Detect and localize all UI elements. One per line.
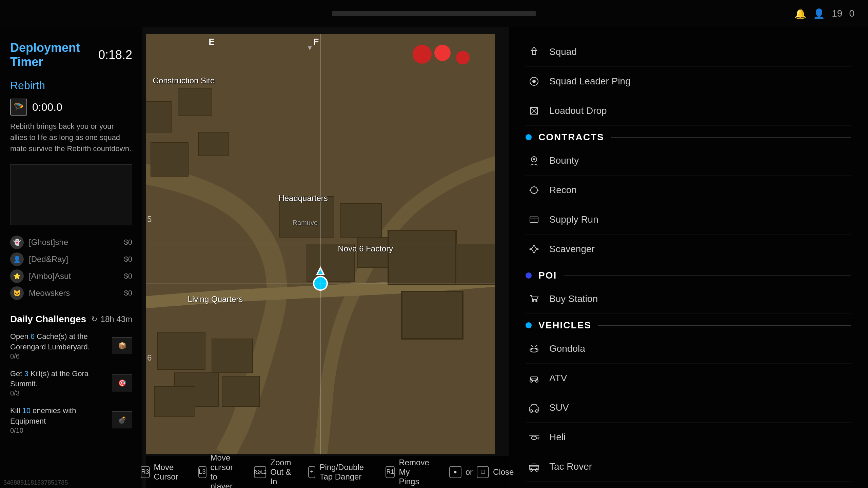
- squad-avatar-ghost: 👻: [10, 236, 24, 249]
- legend-label-buy-station: Buy Station: [549, 293, 598, 304]
- vehicles-dot: [526, 322, 532, 328]
- action-close-or: ● or □ Close: [449, 466, 514, 478]
- action-ping-label: Ping/Double Tap Danger: [319, 463, 369, 482]
- poi-dot: [526, 272, 532, 279]
- rebirth-parachute-icon: 🪂: [10, 99, 27, 116]
- suv-icon: [526, 399, 542, 416]
- legend-item-squad-leader-ping[interactable]: Squad Leader Ping: [526, 67, 851, 96]
- legend-label-squad: Squad: [549, 46, 577, 57]
- bounty-icon: [526, 152, 542, 169]
- legend-item-buy-station[interactable]: Buy Station: [526, 284, 851, 314]
- compass-label-f: F: [313, 37, 319, 47]
- svg-marker-26: [531, 47, 537, 50]
- daily-challenges-title: Daily Challenges: [10, 314, 86, 325]
- left-panel: Deployment Timer 0:18.2 Rebirth 🪂 0:00.0…: [0, 27, 142, 488]
- svg-rect-11: [456, 244, 495, 285]
- legend-label-recon: Recon: [549, 185, 577, 196]
- legend-item-tac-rover[interactable]: Tac Rover: [526, 452, 851, 482]
- key-l3: L3: [198, 466, 206, 478]
- supply-run-icon: [526, 211, 542, 228]
- legend-item-atv[interactable]: ATV: [526, 364, 851, 393]
- compass-label-e: E: [209, 37, 214, 47]
- legend-item-scavenger[interactable]: Scavenger: [526, 235, 851, 264]
- poi-section-label: POI: [538, 270, 557, 281]
- challenge-progress-1: 0/6: [10, 352, 107, 360]
- map-container[interactable]: E F ▼ 5 6: [146, 34, 495, 454]
- squad-money-meow: $0: [124, 289, 132, 298]
- key-square: □: [477, 466, 489, 478]
- svg-rect-15: [222, 376, 259, 407]
- legend-item-heli[interactable]: Heli: [526, 423, 851, 452]
- buy-station-icon: [526, 290, 542, 307]
- key-r1: R1: [386, 466, 395, 478]
- challenge-item-3: Kill 10 enemies with Equipment 0/10 💣: [10, 406, 132, 434]
- challenge-icon-3: 💣: [112, 411, 132, 428]
- compass-dropdown: ▼: [307, 44, 313, 52]
- legend-item-loadout-drop[interactable]: Loadout Drop: [526, 96, 851, 126]
- rebirth-timer-row: 🪂 0:00.0: [10, 99, 132, 116]
- legend-label-atv: ATV: [549, 373, 567, 384]
- deployment-timer-header: Deployment Timer 0:18.2: [10, 41, 132, 69]
- svg-rect-4: [198, 132, 229, 156]
- key-plus: +: [308, 466, 316, 478]
- vehicles-section-header: VEHICLES: [526, 314, 851, 334]
- challenge-progress-2: 0/3: [10, 389, 107, 397]
- location-label-ramuve: Ramuve: [293, 219, 318, 227]
- svg-point-35: [531, 187, 537, 194]
- row-label-5: 5: [147, 215, 152, 224]
- legend-label-heli: Heli: [549, 432, 566, 443]
- challenge-highlight-2: 3: [24, 369, 28, 378]
- svg-point-45: [535, 300, 537, 302]
- legend-item-bounty[interactable]: Bounty: [526, 146, 851, 176]
- legend-label-suv: SUV: [549, 402, 569, 413]
- squad-icon: [526, 43, 542, 60]
- action-move-cursor-label: Move Cursor: [154, 463, 181, 482]
- legend-item-supply-run[interactable]: Supply Run: [526, 205, 851, 235]
- squad-avatar-ded: 👤: [10, 252, 24, 266]
- scavenger-icon: [526, 241, 542, 258]
- loadout-drop-icon: [526, 102, 542, 119]
- legend-item-suv[interactable]: SUV: [526, 393, 851, 423]
- squad-member-ded: 👤 [Ded&Ray] $0: [10, 252, 132, 266]
- key-r3: R3: [141, 466, 150, 478]
- legend-item-squad[interactable]: Squad: [526, 37, 851, 67]
- challenge-item-1: Open 6 Cache(s) at the Gorengard Lumbery…: [10, 331, 132, 360]
- challenge-text-3: Kill 10 enemies with Equipment: [10, 406, 107, 427]
- key-r2l2: R2/L2: [254, 466, 266, 478]
- challenge-highlight-3: 10: [22, 406, 30, 415]
- poi-section-header: POI: [526, 264, 851, 284]
- location-label-living-quarters: Living Quarters: [188, 294, 243, 304]
- row-label-6: 6: [147, 353, 152, 363]
- svg-line-49: [535, 345, 537, 347]
- location-label-construction-site: Construction Site: [153, 76, 215, 85]
- deployment-timer-value: 0:18.2: [98, 48, 132, 62]
- action-ping: + Ping/Double Tap Danger: [308, 463, 369, 482]
- heli-icon: [526, 429, 542, 446]
- svg-rect-10: [402, 291, 463, 339]
- challenge-progress-3: 0/10: [10, 427, 107, 434]
- legend-label-gondola: Gondola: [549, 343, 585, 354]
- top-bar: 🔔 👤 19 0: [0, 0, 868, 27]
- legend-label-supply-run: Supply Run: [549, 214, 598, 225]
- profile-icon: 👤: [813, 8, 825, 19]
- key-circle: ●: [449, 466, 461, 478]
- svg-rect-6: [341, 203, 381, 237]
- poi-section-line: [564, 276, 851, 276]
- svg-rect-16: [154, 386, 195, 417]
- svg-point-21: [456, 51, 470, 64]
- map-svg: [146, 34, 495, 454]
- squad-name-ded: [Ded&Ray]: [29, 255, 68, 264]
- rebirth-title: Rebirth: [10, 79, 132, 92]
- refresh-icon: ↻: [91, 315, 97, 324]
- atv-icon: [526, 370, 542, 387]
- daily-challenges-header: Daily Challenges ↻ 18h 43m: [10, 307, 132, 325]
- squad-name-ambo: [Ambo]Asut: [29, 271, 71, 281]
- svg-rect-9: [388, 230, 456, 285]
- legend-item-gondola[interactable]: Gondola: [526, 334, 851, 364]
- squad-name-meow: Meowskers: [29, 288, 70, 298]
- gondola-icon: [526, 340, 542, 357]
- legend-item-recon[interactable]: Recon: [526, 176, 851, 205]
- legend-label-squad-leader-ping: Squad Leader Ping: [549, 76, 631, 87]
- svg-rect-2: [178, 88, 212, 115]
- vehicles-section-line: [598, 325, 851, 326]
